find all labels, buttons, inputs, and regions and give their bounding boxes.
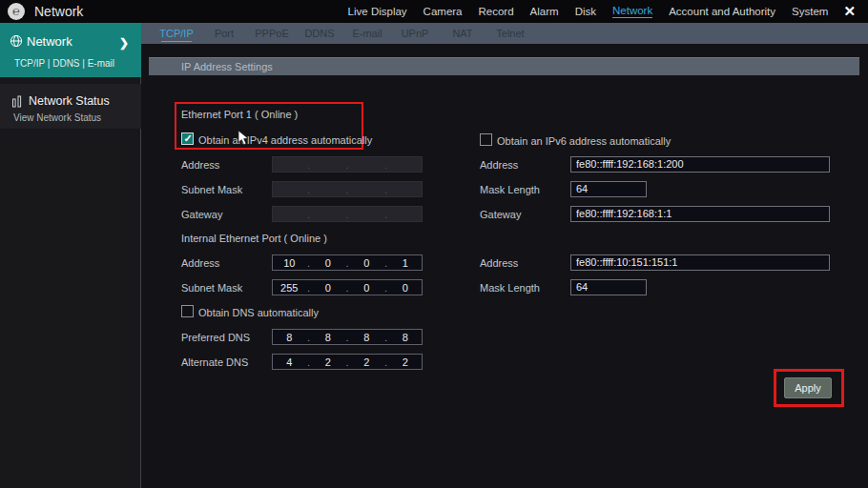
section-header-ip-address-settings: IP Address Settings: [149, 57, 859, 75]
octet-segment[interactable]: 0: [389, 282, 423, 294]
menu-camera[interactable]: Camera: [424, 6, 463, 17]
ipv6-gateway-label: Gateway: [480, 209, 521, 220]
obtain-ipv4-checkbox[interactable]: [181, 132, 194, 145]
ipv6-address-field[interactable]: fe80::ffff:192:168:1:200: [570, 156, 830, 173]
ipv6-address-label: Address: [480, 159, 518, 171]
internal-subnet-label: Subnet Mask: [181, 282, 242, 294]
octet-segment[interactable]: 2: [312, 356, 345, 368]
octet-segment[interactable]: 0: [350, 257, 383, 269]
sidebar-item-network-status[interactable]: Network Status View Network Status: [0, 84, 141, 129]
internal-address-field[interactable]: 10.0.0.1: [272, 254, 423, 271]
highlight-box-apply: [774, 369, 844, 407]
obtain-ipv6-label: Obtain an IPv6 address automatically: [497, 135, 671, 147]
tab-pppoe[interactable]: PPPoE: [248, 23, 296, 44]
sidebar-status-subtitle: View Network Status: [13, 112, 101, 123]
close-icon[interactable]: ✕: [843, 3, 856, 20]
title-bar: ℮ Network Live Display Camera Record Ala…: [0, 0, 868, 23]
internal-ipv6-address-label: Address: [480, 257, 518, 269]
octet-segment[interactable]: 0: [312, 282, 345, 294]
alternate-dns-label: Alternate DNS: [181, 356, 248, 368]
ipv6-mask-length-field[interactable]: 64: [570, 181, 647, 197]
ipv4-address-label: Address: [181, 159, 219, 171]
menu-record[interactable]: Record: [479, 6, 514, 17]
sidebar-network-subtitle: TCP/IP | DDNS | E-mail: [14, 58, 114, 69]
octet-segment[interactable]: 8: [312, 332, 345, 343]
menu-account-and-authority[interactable]: Account and Authority: [669, 6, 775, 17]
dot-separator: .: [344, 209, 350, 220]
octet-segment[interactable]: 0: [350, 282, 383, 294]
octet-segment[interactable]: 2: [389, 356, 423, 368]
alternate-dns-field[interactable]: 4.2.2.2: [272, 354, 423, 370]
tab-port[interactable]: Port: [200, 23, 248, 44]
tab-upnp[interactable]: UPnP: [391, 23, 439, 44]
tab-email[interactable]: E-mail: [343, 23, 391, 44]
ipv4-subnet-field[interactable]: ...: [272, 181, 423, 197]
internal-address-label: Address: [181, 257, 219, 269]
internal-mask-length-field[interactable]: 64: [570, 279, 647, 295]
octet-segment[interactable]: 8: [350, 332, 383, 343]
globe-icon: [10, 34, 23, 51]
obtain-ipv6-checkbox[interactable]: [480, 133, 492, 146]
menu-alarm[interactable]: Alarm: [530, 6, 559, 17]
tab-tcpip[interactable]: TCP/IP: [153, 23, 200, 44]
network-settings-screen: ℮ Network Live Display Camera Record Ala…: [0, 0, 868, 488]
sidebar-status-label: Network Status: [29, 94, 110, 108]
tab-ddns[interactable]: DDNS: [296, 23, 343, 44]
ipv4-subnet-label: Subnet Mask: [181, 184, 242, 195]
sidebar: Network ❯ TCP/IP | DDNS | E-mail Network…: [0, 23, 141, 488]
ipv6-mask-length-label: Mask Length: [480, 184, 540, 195]
dot-separator: .: [383, 209, 389, 220]
internal-port-title: Internal Ethernet Port ( Online ): [181, 233, 327, 244]
obtain-dns-label: Obtain DNS automatically: [198, 307, 319, 318]
main-menu: Live Display Camera Record Alarm Disk Ne…: [348, 5, 829, 18]
octet-segment[interactable]: 0: [312, 257, 345, 269]
bar-chart-icon: [11, 94, 24, 112]
octet-segment[interactable]: 8: [273, 332, 306, 343]
dot-separator: .: [306, 184, 312, 195]
menu-disk[interactable]: Disk: [575, 6, 596, 17]
octet-segment[interactable]: 4: [273, 356, 306, 368]
menu-live-display[interactable]: Live Display: [348, 6, 407, 17]
octet-segment[interactable]: 1: [389, 257, 423, 269]
preferred-dns-field[interactable]: 8.8.8.8: [272, 329, 423, 345]
preferred-dns-label: Preferred DNS: [181, 332, 250, 343]
dot-separator: .: [383, 159, 389, 171]
mouse-cursor-icon: [238, 130, 250, 150]
octet-segment[interactable]: 2: [350, 356, 383, 368]
page-title: Network: [34, 4, 83, 19]
internal-mask-length-label: Mask Length: [480, 282, 540, 294]
octet-segment[interactable]: 10: [273, 257, 306, 269]
octet-segment[interactable]: 255: [273, 282, 306, 294]
dot-separator: .: [344, 184, 350, 195]
dot-separator: .: [306, 209, 312, 220]
tab-nat[interactable]: NAT: [439, 23, 486, 44]
app-logo-icon: ℮: [8, 3, 25, 20]
menu-network[interactable]: Network: [612, 5, 652, 18]
ipv6-gateway-field[interactable]: fe80::ffff:192:168:1:1: [570, 206, 830, 222]
internal-subnet-field[interactable]: 255.0.0.0: [272, 279, 423, 295]
internal-ipv6-address-field[interactable]: fe80::ffff:10:151:151:1: [570, 254, 830, 271]
octet-segment[interactable]: 8: [389, 332, 423, 343]
tab-bar: TCP/IP Port PPPoE DDNS E-mail UPnP NAT T…: [141, 23, 868, 44]
tab-telnet[interactable]: Telnet: [486, 23, 534, 44]
ipv4-gateway-field[interactable]: ...: [272, 206, 423, 222]
dot-separator: .: [383, 184, 389, 195]
chevron-right-icon: ❯: [119, 36, 129, 50]
obtain-dns-checkbox[interactable]: [181, 305, 194, 317]
sidebar-item-network[interactable]: Network ❯ TCP/IP | DDNS | E-mail: [0, 23, 141, 77]
ipv4-gateway-label: Gateway: [181, 209, 222, 220]
dot-separator: .: [306, 159, 312, 171]
sidebar-network-label: Network: [27, 34, 72, 49]
dot-separator: .: [344, 159, 350, 171]
obtain-ipv4-label: Obtain an IPv4 address automatically: [198, 134, 372, 146]
ipv4-address-field[interactable]: ...: [272, 156, 423, 173]
menu-system[interactable]: System: [792, 6, 828, 17]
